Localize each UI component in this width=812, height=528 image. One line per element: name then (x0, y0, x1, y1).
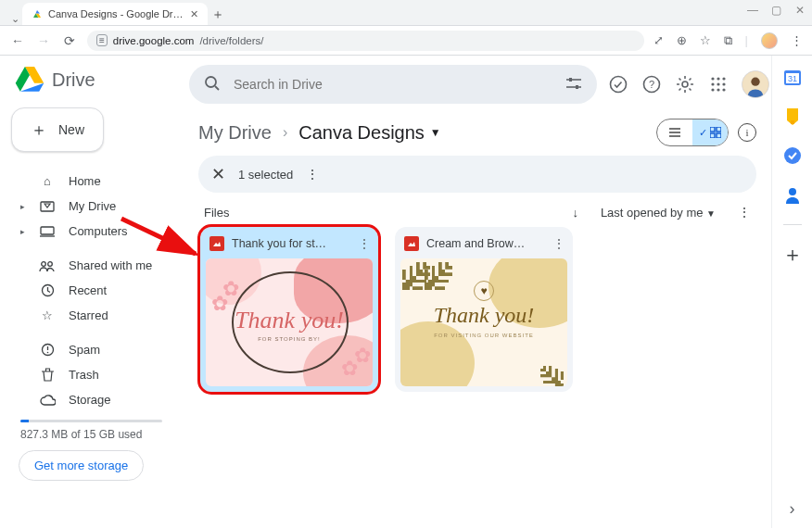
search-icon (204, 75, 221, 94)
get-addons-icon[interactable]: ＋ (783, 245, 802, 264)
shared-icon (39, 260, 56, 271)
file-card[interactable]: Thank you for st… ⋮ ✿✿✿✿ Thank you! FOR … (200, 227, 378, 392)
svg-point-15 (46, 352, 48, 354)
search-box[interactable] (189, 65, 597, 104)
breadcrumb-root[interactable]: My Drive (198, 122, 272, 144)
settings-gear-icon[interactable] (675, 74, 695, 94)
clear-selection-icon[interactable]: ✕ (211, 164, 225, 184)
file-name: Thank you for st… (232, 237, 350, 250)
calendar-addon-icon[interactable]: 31 (783, 69, 802, 87)
sidebar-item-recent[interactable]: Recent (11, 278, 178, 303)
chrome-profile-avatar[interactable] (761, 32, 778, 49)
get-more-storage-button[interactable]: Get more storage (19, 450, 144, 481)
svg-rect-42 (710, 133, 715, 138)
view-toggle: ✓ (656, 119, 729, 146)
main-area: ? My Drive › Canva Designs ▼ ✓ i (185, 56, 812, 528)
sidebar-item-starred[interactable]: ☆Starred (11, 303, 178, 328)
search-input[interactable] (234, 77, 552, 92)
svg-point-10 (42, 261, 46, 266)
drive-logo[interactable]: Drive (11, 67, 95, 93)
window-close-icon[interactable]: ✕ (795, 4, 805, 17)
window-minimize-icon[interactable]: — (747, 4, 756, 17)
svg-point-16 (206, 77, 216, 87)
storage-used-text: 827.3 MB of 15 GB used (11, 428, 142, 441)
tasks-addon-icon[interactable] (783, 146, 802, 165)
back-button[interactable]: ← (9, 33, 26, 48)
collapse-panel-icon[interactable]: › (790, 499, 795, 519)
forward-button[interactable]: → (35, 33, 52, 48)
address-bar[interactable]: ≡ drive.google.com/drive/folders/ (87, 31, 644, 51)
url-host: drive.google.com (113, 35, 195, 46)
chrome-menu-icon[interactable]: ⋮ (791, 33, 803, 47)
install-app-icon[interactable]: ⤢ (653, 33, 664, 47)
thumb-main-text: Thank you! (400, 303, 567, 328)
offline-ready-icon[interactable] (608, 74, 628, 94)
svg-point-22 (611, 77, 627, 93)
sidebar-item-home[interactable]: ⌂Home (11, 169, 178, 194)
svg-point-11 (48, 261, 53, 266)
reverse-sort-icon[interactable]: ↓ (572, 206, 578, 220)
list-view-button[interactable] (657, 119, 692, 145)
new-button[interactable]: ＋ New (11, 107, 104, 152)
sidebar-item-storage[interactable]: Storage (11, 387, 178, 412)
sort-dropdown[interactable]: Last opened by me ▼ (601, 206, 716, 220)
get-more-storage-label: Get more storage (34, 459, 128, 472)
browser-tab-strip: ⌄ Canva Designs - Google Drive ✕ ＋ — ▢ ✕ (0, 0, 812, 26)
support-icon[interactable]: ? (641, 74, 662, 94)
sidebar-item-label: Trash (69, 368, 99, 382)
tab-dropdown-icon[interactable]: ⌄ (7, 13, 22, 25)
svg-text:?: ? (649, 79, 654, 90)
search-tune-icon[interactable] (565, 77, 582, 93)
svg-rect-21 (576, 85, 578, 89)
svg-point-32 (711, 88, 714, 91)
selection-count: 1 selected (238, 168, 293, 182)
mydrive-icon (39, 200, 56, 213)
more-options-icon[interactable]: ⋮ (738, 210, 751, 215)
expand-icon[interactable]: ▸ (20, 202, 26, 211)
file-more-icon[interactable]: ⋮ (358, 242, 371, 246)
sidebar-item-trash[interactable]: Trash (11, 362, 178, 387)
info-icon[interactable]: i (738, 123, 756, 142)
reload-button[interactable]: ⟳ (61, 33, 78, 48)
apps-grid-icon[interactable] (708, 74, 729, 94)
keep-addon-icon[interactable] (783, 107, 802, 126)
svg-point-27 (717, 77, 719, 80)
svg-line-17 (215, 86, 219, 90)
file-card[interactable]: Cream and Brow… ⋮ ⸙⸙⸙ ♥ Thank you! FOR V… (395, 227, 573, 392)
image-type-icon (209, 236, 224, 251)
sidebar-item-mydrive[interactable]: ▸My Drive (11, 194, 178, 219)
breadcrumb-current-label: Canva Designs (298, 122, 425, 144)
sidebar-item-spam[interactable]: Spam (11, 337, 178, 362)
computers-icon (39, 226, 56, 237)
file-thumbnail: ⸙⸙⸙ ♥ Thank you! FOR VISITING OUR WEBSIT… (400, 258, 567, 386)
svg-rect-20 (569, 78, 572, 82)
grid-view-button[interactable]: ✓ (692, 119, 728, 145)
extensions-icon[interactable]: ⧉ (724, 33, 732, 48)
svg-point-26 (711, 77, 714, 80)
breadcrumb-current[interactable]: Canva Designs ▼ (298, 122, 441, 144)
drive-brand-text: Drive (52, 69, 95, 91)
new-tab-button[interactable]: ＋ (208, 5, 228, 25)
storage-quota-bar (20, 420, 162, 422)
svg-point-29 (711, 82, 714, 85)
sidebar-item-computers[interactable]: ▸Computers (11, 219, 178, 244)
file-more-icon[interactable]: ⋮ (552, 242, 565, 246)
zoom-icon[interactable]: ⊕ (677, 33, 687, 47)
svg-text:31: 31 (787, 74, 796, 83)
selection-more-icon[interactable]: ⋮ (306, 172, 319, 177)
check-icon: ✓ (699, 127, 707, 139)
site-info-icon[interactable]: ≡ (96, 34, 108, 46)
sidebar-item-shared[interactable]: Shared with me (11, 253, 178, 278)
svg-point-25 (682, 82, 688, 87)
window-maximize-icon[interactable]: ▢ (771, 4, 780, 17)
chevron-down-icon: ▼ (706, 208, 716, 219)
tab-close-icon[interactable]: ✕ (190, 8, 198, 20)
account-avatar[interactable] (742, 70, 769, 98)
new-button-label: New (58, 122, 84, 137)
contacts-addon-icon[interactable] (783, 185, 802, 204)
expand-icon[interactable]: ▸ (20, 227, 26, 236)
bookmark-icon[interactable]: ☆ (700, 33, 711, 47)
browser-tab[interactable]: Canva Designs - Google Drive ✕ (22, 3, 208, 25)
trash-icon (39, 368, 56, 382)
folder-dropdown-icon[interactable]: ▼ (430, 126, 441, 139)
